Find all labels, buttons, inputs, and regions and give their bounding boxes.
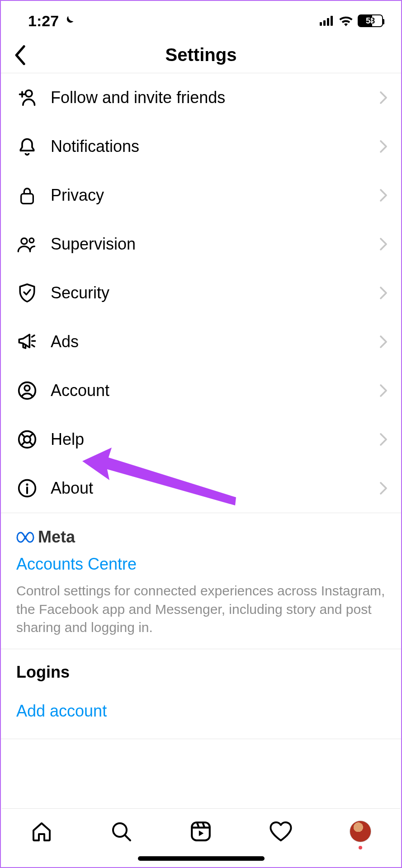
battery-level: 58 (366, 16, 375, 26)
status-time: 1:27 (28, 12, 59, 30)
setting-row-notifications[interactable]: Notifications (1, 122, 401, 171)
svg-rect-3 (331, 16, 333, 26)
svg-point-9 (24, 386, 30, 391)
accounts-centre-link[interactable]: Accounts Centre (16, 555, 386, 574)
meta-section: Meta Accounts Centre Control settings fo… (1, 513, 401, 649)
svg-rect-2 (327, 18, 329, 26)
meta-logo-icon (16, 531, 34, 543)
svg-rect-0 (320, 22, 322, 26)
home-indicator (138, 856, 265, 861)
setting-row-ads[interactable]: Ads (1, 317, 401, 366)
setting-row-privacy[interactable]: Privacy (1, 171, 401, 220)
setting-label: Follow and invite friends (51, 88, 367, 107)
battery-icon: 58 (358, 14, 383, 27)
reels-icon (189, 820, 212, 843)
cellular-signal-icon (320, 16, 334, 26)
lock-icon (16, 184, 38, 206)
chevron-right-icon (379, 335, 388, 349)
chevron-right-icon (379, 384, 388, 397)
nav-reels[interactable] (187, 818, 214, 845)
people-icon (16, 233, 38, 255)
setting-label: About (51, 479, 367, 498)
setting-row-security[interactable]: Security (1, 269, 401, 317)
setting-row-invite[interactable]: Follow and invite friends (1, 73, 401, 122)
svg-rect-1 (323, 20, 326, 26)
meta-description: Control settings for connected experienc… (16, 582, 386, 637)
home-icon (31, 821, 52, 842)
add-account-link[interactable]: Add account (16, 702, 386, 721)
chevron-right-icon (379, 286, 388, 300)
setting-label: Security (51, 283, 367, 302)
info-icon (16, 477, 38, 499)
setting-label: Account (51, 381, 367, 400)
meta-brand-text: Meta (38, 528, 75, 547)
setting-label: Ads (51, 332, 367, 351)
chevron-right-icon (379, 433, 388, 446)
chevron-right-icon (379, 237, 388, 251)
chevron-right-icon (379, 189, 388, 202)
nav-activity[interactable] (267, 818, 294, 845)
wifi-icon (339, 15, 353, 26)
setting-label: Supervision (51, 235, 367, 254)
chevron-left-icon (14, 45, 26, 65)
bottom-nav (2, 808, 400, 867)
bell-icon (16, 136, 38, 157)
setting-row-help[interactable]: Help (1, 415, 401, 464)
svg-point-4 (25, 90, 32, 97)
meta-brand: Meta (16, 528, 386, 547)
search-icon (110, 821, 132, 842)
shield-check-icon (16, 282, 38, 304)
page-header: Settings (1, 37, 401, 73)
page-title: Settings (166, 45, 237, 65)
chevron-right-icon (379, 91, 388, 104)
heart-icon (269, 821, 293, 842)
lifebuoy-icon (16, 429, 38, 450)
moon-icon (62, 14, 75, 27)
person-circle-icon (16, 380, 38, 401)
logins-title: Logins (16, 663, 386, 682)
megaphone-icon (16, 331, 38, 353)
status-bar: 1:27 58 (1, 1, 401, 37)
svg-point-11 (24, 436, 31, 443)
person-plus-icon (16, 87, 38, 108)
notification-dot-icon (359, 846, 362, 849)
svg-point-7 (29, 238, 34, 243)
svg-point-6 (21, 238, 27, 244)
back-button[interactable] (10, 45, 30, 65)
setting-label: Notifications (51, 137, 367, 156)
setting-row-supervision[interactable]: Supervision (1, 220, 401, 269)
setting-row-account[interactable]: Account (1, 366, 401, 415)
settings-list: Follow and invite friends Notifications … (1, 73, 401, 513)
nav-search[interactable] (108, 818, 135, 845)
svg-point-13 (26, 483, 28, 486)
setting-row-about[interactable]: About (1, 464, 401, 513)
setting-label: Privacy (51, 186, 367, 205)
setting-label: Help (51, 430, 367, 449)
avatar-icon (350, 821, 371, 842)
status-time-group: 1:27 (28, 12, 75, 30)
svg-rect-5 (21, 194, 33, 204)
svg-rect-15 (192, 822, 210, 840)
chevron-right-icon (379, 481, 388, 495)
nav-profile[interactable] (347, 818, 374, 845)
nav-home[interactable] (28, 818, 55, 845)
chevron-right-icon (379, 140, 388, 153)
status-indicators: 58 (320, 14, 383, 27)
logins-section: Logins Add account (1, 649, 401, 739)
